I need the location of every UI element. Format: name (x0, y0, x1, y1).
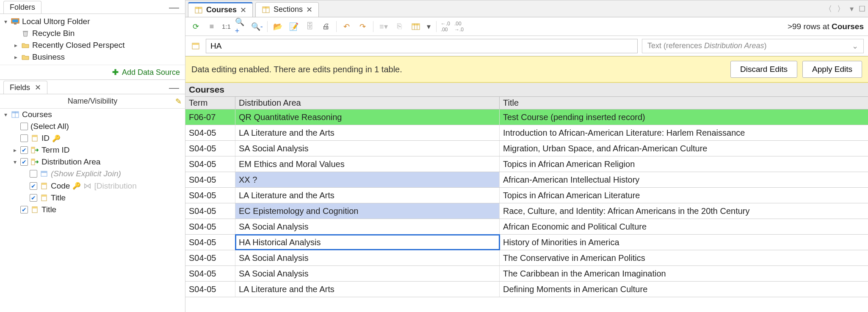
cell-title[interactable]: Defining Moments in American Culture (500, 282, 868, 297)
cell-term[interactable]: S04-05 (185, 172, 235, 187)
cell-term[interactable]: S04-05 (185, 250, 235, 265)
table-row[interactable]: S04-05EM Ethics and Moral ValuesTopics i… (185, 156, 868, 172)
table-row[interactable]: S04-05SA Social AnalysisAfrican Economic… (185, 219, 868, 235)
cell-title[interactable]: Topics in African American Religion (500, 156, 868, 172)
print-icon[interactable]: 🖨 (320, 21, 332, 33)
field-title[interactable]: Title (0, 204, 185, 216)
chevron-down-icon[interactable]: ▾ (12, 159, 18, 165)
zoom-in-icon[interactable]: 🔍+ (235, 21, 247, 33)
cell-title[interactable]: The Caribbean in the American Imaginatio… (500, 266, 868, 281)
cell-term[interactable]: S04-05 (185, 188, 235, 203)
wand-icon[interactable]: ✎ (175, 97, 182, 106)
folder-root[interactable]: ▾ Local Ultorg Folder (0, 16, 185, 27)
cell-distribution[interactable]: LA Literature and the Arts (235, 125, 500, 140)
nav-next-icon[interactable]: 〉 (835, 4, 847, 14)
cell-distribution[interactable]: LA Literature and the Arts (235, 282, 500, 297)
copy-icon[interactable]: ⎘ (394, 21, 406, 33)
table-row[interactable]: S04-05SA Social AnalysisThe Conservative… (185, 250, 868, 266)
cell-distribution[interactable]: HA Historical Analysis (235, 235, 500, 250)
checkbox-checked[interactable] (20, 158, 28, 166)
row-menu-icon[interactable] (190, 40, 202, 52)
table-row[interactable]: S04-05EC Epistemology and CognitionRace,… (185, 203, 868, 219)
increase-decimal-icon[interactable]: .00→.0 (454, 21, 464, 33)
cell-term[interactable]: S04-05 (185, 219, 235, 234)
fields-root[interactable]: ▾ Courses (0, 109, 185, 120)
discard-edits-button[interactable]: Discard Edits (730, 61, 797, 78)
cell-distribution[interactable]: SA Social Analysis (235, 250, 500, 265)
checkbox-checked[interactable] (20, 206, 28, 213)
tab-sections[interactable]: Sections ✕ (255, 2, 319, 17)
chevron-down-icon[interactable]: ▾ (3, 18, 8, 25)
table-row[interactable]: S04-05HA Historical AnalysisHistory of M… (185, 235, 868, 250)
dropdown-icon[interactable]: ▾ (426, 21, 432, 33)
minimize-icon[interactable]: — (166, 82, 182, 93)
cell-distribution[interactable]: QR Quantitative Reasoning (235, 109, 500, 125)
edit-icon[interactable]: 📝 (288, 21, 300, 33)
ratio-label[interactable]: 1:1 (222, 21, 231, 33)
fields-tab[interactable]: Fields ✕ (3, 81, 47, 94)
dropdown-icon[interactable]: ⌄ (852, 41, 858, 51)
table-row[interactable]: S04-05LA Literature and the ArtsIntroduc… (185, 125, 868, 141)
cell-title[interactable]: Race, Culture, and Identity: African Ame… (500, 203, 868, 219)
cell-distribution[interactable]: SA Social Analysis (235, 266, 500, 281)
chevron-down-icon[interactable]: ▾ (3, 111, 8, 118)
folder-business[interactable]: ▸ Business (0, 51, 185, 63)
maximize-icon[interactable]: ☐ (856, 4, 868, 14)
align-icon[interactable]: ≡▾ (378, 21, 390, 33)
table-row[interactable]: S04-05SA Social AnalysisThe Caribbean in… (185, 266, 868, 282)
refresh-icon[interactable]: ⟳ (190, 21, 202, 33)
folders-tab[interactable]: Folders (3, 1, 41, 14)
close-icon[interactable]: ✕ (35, 83, 41, 92)
folder-recycle[interactable]: Recycle Bin (0, 27, 185, 39)
cell-distribution[interactable]: SA Social Analysis (235, 141, 500, 156)
checkbox[interactable] (20, 134, 28, 142)
type-hint[interactable]: Text (references Distribution Areas) ⌄ (642, 39, 864, 53)
cell-term[interactable]: F06-07 (185, 109, 235, 125)
cell-title[interactable]: History of Minorities in America (500, 235, 868, 250)
field-select-all[interactable]: (Select All) (0, 120, 185, 132)
cell-distribution[interactable]: SA Social Analysis (235, 219, 500, 234)
chevron-right-icon[interactable]: ▸ (12, 147, 18, 153)
folder-recent[interactable]: ▸ Recently Closed Perspect (0, 39, 185, 51)
cell-title[interactable]: Test Course (pending inserted record) (500, 109, 868, 125)
cell-term[interactable]: S04-05 (185, 235, 235, 250)
cell-title[interactable]: African-American Intellectual History (500, 172, 868, 187)
tab-courses[interactable]: Courses ✕ (188, 2, 253, 17)
close-icon[interactable]: ✕ (306, 5, 312, 14)
db-icon[interactable]: 🗄 (304, 21, 316, 33)
col-header-distribution[interactable]: Distribution Area (235, 97, 500, 109)
chevron-right-icon[interactable]: ▸ (13, 54, 19, 60)
checkbox-checked[interactable] (30, 194, 37, 202)
cell-editor-input[interactable] (206, 39, 638, 53)
dropdown-icon[interactable]: ▾ (847, 4, 856, 14)
cell-title[interactable]: Topics in African American Literature (500, 188, 868, 203)
decrease-decimal-icon[interactable]: ←.0.00 (441, 21, 450, 33)
cell-title[interactable]: African Economic and Political Culture (500, 219, 868, 234)
table-row[interactable]: S04-05XX ?African-American Intellectual … (185, 172, 868, 188)
table-row[interactable]: S04-05LA Literature and the ArtsTopics i… (185, 188, 868, 203)
checkbox-checked[interactable] (20, 146, 28, 154)
field-term-id[interactable]: ▸ Term ID (0, 144, 185, 156)
checkbox-checked[interactable] (30, 182, 37, 190)
cell-title[interactable]: Migration, Urban Space, and African-Amer… (500, 141, 868, 156)
cell-distribution[interactable]: XX ? (235, 172, 500, 187)
redo-icon[interactable]: ↷ (357, 21, 369, 33)
field-title-inner[interactable]: Title (0, 192, 185, 204)
field-id[interactable]: ID 🔑 (0, 132, 185, 144)
open-icon[interactable]: 📂 (272, 21, 284, 33)
cell-distribution[interactable]: EM Ethics and Moral Values (235, 156, 500, 172)
cell-term[interactable]: S04-05 (185, 156, 235, 172)
close-icon[interactable]: ✕ (240, 5, 246, 15)
col-header-term[interactable]: Term (185, 97, 235, 109)
grid-icon[interactable] (410, 21, 422, 33)
cell-term[interactable]: S04-05 (185, 282, 235, 297)
field-code[interactable]: Code 🔑 ⋈ [Distribution (0, 180, 185, 192)
table-row[interactable]: F06-07QR Quantitative ReasoningTest Cour… (185, 109, 868, 125)
zoom-out-icon[interactable]: 🔍- (251, 21, 263, 33)
checkbox[interactable] (20, 123, 28, 130)
name-visibility-header[interactable]: Name/Visibility ✎ (0, 94, 185, 109)
cell-term[interactable]: S04-05 (185, 203, 235, 219)
table-row[interactable]: S04-05SA Social AnalysisMigration, Urban… (185, 141, 868, 156)
apply-edits-button[interactable]: Apply Edits (802, 61, 862, 78)
cell-distribution[interactable]: EC Epistemology and Cognition (235, 203, 500, 219)
